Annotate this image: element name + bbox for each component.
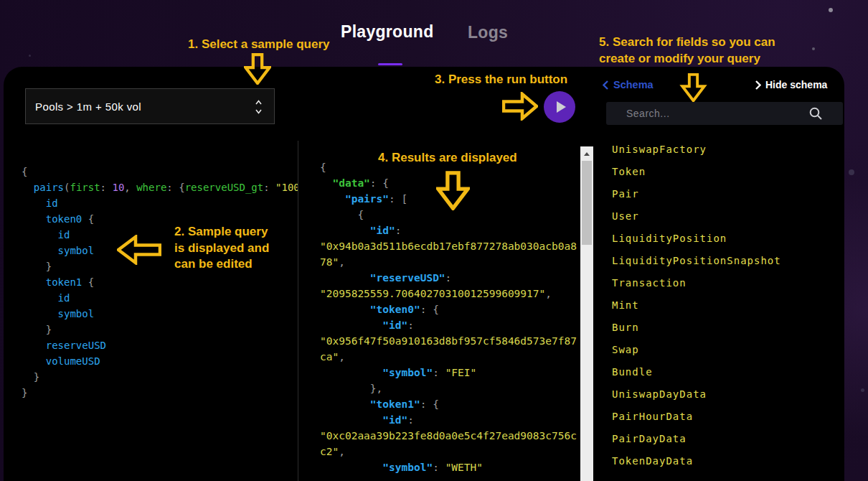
star-dot bbox=[29, 55, 31, 57]
star-dot bbox=[812, 47, 815, 50]
query-editor[interactable]: { pairs(first: 10, where: {reserveUSD_gt… bbox=[22, 164, 298, 405]
star-dot bbox=[829, 8, 833, 12]
schema-type-item[interactable]: UniswapDayData bbox=[612, 383, 841, 405]
schema-type-item[interactable]: PairHourData bbox=[612, 405, 841, 427]
sample-query-select[interactable]: Pools > 1m + 50k vol bbox=[25, 88, 275, 124]
schema-search-box bbox=[606, 102, 843, 125]
scrollbar-thumb[interactable] bbox=[582, 161, 592, 245]
left-arrow-icon bbox=[117, 235, 161, 265]
schema-back-link[interactable]: Schema bbox=[603, 79, 654, 90]
schema-type-item[interactable]: Token bbox=[612, 160, 841, 182]
schema-type-item[interactable]: Mint bbox=[612, 294, 841, 316]
hide-schema-button[interactable]: Hide schema bbox=[755, 79, 827, 90]
schema-type-item[interactable]: UniswapFactory bbox=[612, 138, 841, 160]
annotation-step2: 2. Sample queryis displayed andcan be ed… bbox=[174, 224, 269, 273]
schema-type-item[interactable]: Burn bbox=[612, 316, 841, 338]
schema-type-item[interactable]: Pair bbox=[612, 182, 841, 205]
right-arrow-icon bbox=[502, 92, 538, 121]
schema-type-list: UniswapFactoryTokenPairUserLiquidityPosi… bbox=[612, 138, 841, 472]
chevron-left-icon bbox=[603, 80, 608, 90]
search-icon bbox=[808, 106, 823, 123]
active-tab-underline bbox=[378, 63, 402, 65]
tab-playground[interactable]: Playground bbox=[341, 22, 434, 42]
pane-divider bbox=[298, 141, 298, 481]
schema-search-input[interactable] bbox=[606, 102, 843, 125]
star-dot bbox=[861, 388, 864, 392]
hide-schema-label: Hide schema bbox=[765, 79, 827, 90]
sample-query-value: Pools > 1m + 50k vol bbox=[26, 101, 141, 113]
annotation-step4: 4. Results are displayed bbox=[378, 150, 517, 167]
star-dot bbox=[849, 169, 854, 175]
schema-type-item[interactable]: LiquidityPositionSnapshot bbox=[612, 249, 841, 271]
schema-type-item[interactable]: LiquidityPosition bbox=[612, 227, 841, 249]
down-arrow-icon bbox=[677, 73, 709, 102]
scrollbar-up-arrow-icon[interactable] bbox=[584, 152, 590, 156]
run-query-button[interactable] bbox=[544, 91, 575, 123]
playground-page: Playground Logs Pools > 1m + 50k vol { p… bbox=[0, 0, 868, 481]
schema-type-item[interactable]: User bbox=[612, 205, 841, 227]
schema-type-item[interactable]: PairDayData bbox=[612, 427, 841, 449]
annotation-step3: 3. Press the run button bbox=[435, 72, 567, 88]
down-arrow-icon bbox=[244, 53, 271, 85]
down-arrow-icon bbox=[436, 171, 470, 210]
annotation-step5: 5. Search for fields so you cancreate or… bbox=[599, 34, 775, 67]
chevron-right-icon bbox=[755, 80, 761, 90]
select-chevrons-icon bbox=[255, 98, 263, 118]
schema-back-label: Schema bbox=[613, 79, 654, 90]
schema-type-item[interactable]: Bundle bbox=[612, 360, 841, 383]
annotation-step1: 1. Select a sample query bbox=[188, 37, 330, 53]
play-icon bbox=[557, 101, 566, 113]
results-scrollbar[interactable] bbox=[580, 146, 593, 481]
schema-type-item[interactable]: TokenDayData bbox=[612, 449, 841, 472]
schema-type-item[interactable]: Transaction bbox=[612, 271, 841, 294]
tab-logs[interactable]: Logs bbox=[468, 23, 508, 42]
schema-type-item[interactable]: Swap bbox=[612, 338, 841, 360]
